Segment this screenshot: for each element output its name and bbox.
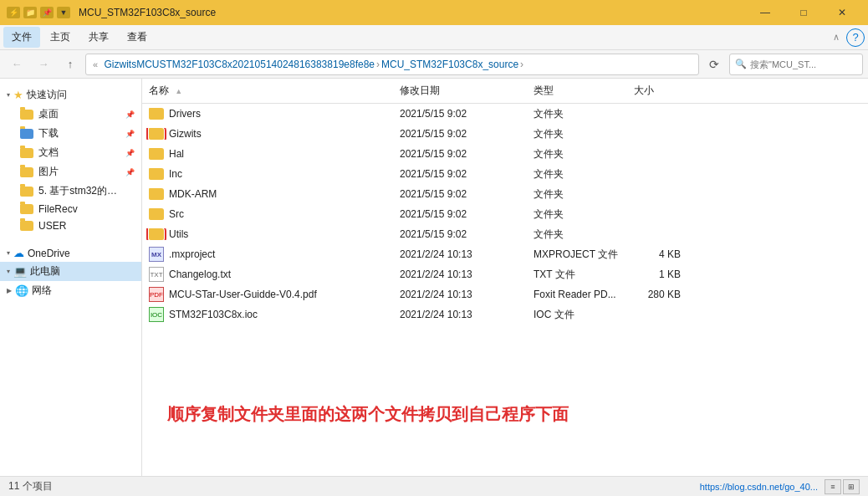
desktop-folder-icon — [20, 110, 33, 120]
mxproject-icon: MX — [149, 247, 164, 262]
col-header-size[interactable]: 大小 — [627, 82, 694, 100]
column-headers: 名称 ▲ 修改日期 类型 大小 — [142, 79, 868, 104]
item-count: 11 个项目 — [8, 479, 53, 493]
sidebar-item-user[interactable]: USER — [0, 217, 141, 234]
star-icon: ★ — [13, 89, 23, 101]
docs-pin-icon: 📌 — [125, 149, 135, 157]
sort-indicator: ▲ — [175, 87, 182, 95]
view-icon-grid[interactable]: ⊞ — [843, 479, 860, 494]
desktop-label: 桌面 — [38, 107, 59, 121]
docs-label: 文档 — [38, 146, 59, 160]
table-row[interactable]: TXT Changelog.txt 2021/2/24 10:13 TXT 文件… — [142, 264, 868, 284]
stm32-label: 5. 基于stm32的太阳... — [38, 184, 122, 198]
forward-button[interactable]: → — [32, 54, 55, 75]
window-title: MCU_STM32F103C8x_source — [79, 7, 216, 18]
up-button[interactable]: ↑ — [59, 54, 82, 75]
pdf-icon: PDF — [149, 287, 164, 302]
minimize-button[interactable]: — — [746, 0, 784, 25]
network-header[interactable]: ▶ 🌐 网络 — [0, 281, 141, 300]
view-icon-list[interactable]: ≡ — [825, 479, 841, 494]
quick-access-header[interactable]: ▾ ★ 快速访问 — [0, 85, 141, 105]
back-button[interactable]: ← — [5, 54, 28, 75]
filerecv-folder-icon — [20, 204, 33, 214]
arrow-tb-icon: ▼ — [57, 7, 70, 18]
thispc-icon: 💻 — [13, 265, 27, 278]
downloads-folder-icon — [20, 129, 33, 139]
folder-icon — [149, 148, 164, 160]
view-icons: ≡ ⊞ — [825, 479, 860, 494]
sidebar-item-downloads[interactable]: 下载 📌 — [0, 124, 141, 143]
menu-view[interactable]: 查看 — [119, 27, 156, 48]
menu-home[interactable]: 主页 — [42, 27, 79, 48]
col-header-date[interactable]: 修改日期 — [393, 82, 527, 100]
onedrive-label: OneDrive — [28, 248, 70, 259]
sidebar-item-desktop[interactable]: 桌面 📌 — [0, 105, 141, 124]
maximize-button[interactable]: □ — [784, 0, 823, 25]
table-row[interactable]: MDK-ARM 2021/5/15 9:02 文件夹 — [142, 184, 868, 204]
table-row[interactable]: Inc 2021/5/15 9:02 文件夹 — [142, 164, 868, 184]
quick-access-section: ▾ ★ 快速访问 桌面 📌 下载 📌 文档 📌 图片 — [0, 85, 141, 234]
help-button[interactable]: ? — [846, 28, 865, 47]
content-wrapper: 名称 ▲ 修改日期 类型 大小 Drivers 2021/5/15 9:02 文… — [142, 79, 868, 476]
folder-icon-tb: 📁 — [23, 7, 37, 18]
table-row[interactable]: IOC STM32F103C8x.ioc 2021/2/24 10:13 IOC… — [142, 304, 868, 325]
pics-folder-icon — [20, 167, 33, 177]
col-header-name[interactable]: 名称 ▲ — [142, 82, 393, 100]
onedrive-chevron: ▾ — [7, 249, 10, 257]
table-row[interactable]: Src 2021/5/15 9:02 文件夹 — [142, 204, 868, 224]
path-part-1[interactable]: GizwitsMCUSTM32F103C8x202105140248163838… — [104, 59, 375, 70]
table-row[interactable]: Gizwits 2021/5/15 9:02 文件夹 — [142, 124, 868, 144]
table-row[interactable]: Hal 2021/5/15 9:02 文件夹 — [142, 144, 868, 164]
sidebar-item-stm32[interactable]: 5. 基于stm32的太阳... — [0, 182, 141, 201]
onedrive-header[interactable]: ▾ ☁ OneDrive — [0, 244, 141, 262]
close-button[interactable]: ✕ — [823, 0, 861, 25]
sidebar-item-pictures[interactable]: 图片 📌 — [0, 162, 141, 182]
status-link[interactable]: https://blog.csdn.net/go_40... — [700, 482, 818, 492]
menu-file[interactable]: 文件 — [3, 27, 40, 48]
search-input[interactable] — [750, 59, 865, 69]
pin-tb-icon: 📌 — [40, 7, 54, 18]
table-row[interactable]: Drivers 2021/5/15 9:02 文件夹 — [142, 104, 868, 124]
txt-icon: TXT — [149, 267, 164, 282]
folder-icon-highlighted — [149, 128, 164, 140]
window-controls: — □ ✕ — [746, 0, 861, 25]
ioc-icon: IOC — [149, 307, 164, 322]
table-row[interactable]: Utils 2021/5/15 9:02 文件夹 — [142, 224, 868, 244]
search-box[interactable]: 🔍 — [729, 54, 863, 75]
menu-bar: 文件 主页 共享 查看 ∧ ? — [0, 25, 868, 50]
address-path[interactable]: « GizwitsMCUSTM32F103C8x2021051402481638… — [85, 54, 699, 75]
docs-folder-icon — [20, 148, 33, 158]
desktop-pin-icon: 📌 — [125, 110, 135, 119]
folder-icon — [149, 108, 164, 120]
stm32-folder-icon — [20, 187, 33, 197]
status-bar: 11 个项目 https://blog.csdn.net/go_40... ≡ … — [0, 476, 868, 496]
folder-icon-highlighted — [149, 228, 164, 240]
table-row[interactable]: MX .mxproject 2021/2/24 10:13 MXPROJECT … — [142, 244, 868, 264]
quick-access-icon: ⚡ — [7, 7, 20, 18]
pics-pin-icon: 📌 — [125, 168, 135, 176]
folder-icon — [149, 168, 164, 180]
path-part-2[interactable]: MCU_STM32F103C8x_source — [381, 59, 518, 70]
thispc-header[interactable]: ▾ 💻 此电脑 — [0, 262, 141, 281]
menu-share[interactable]: 共享 — [80, 27, 117, 48]
table-row[interactable]: PDF MCU-STar-User-Guidde-V0.4.pdf 2021/2… — [142, 284, 868, 304]
refresh-button[interactable]: ⟳ — [702, 54, 726, 75]
downloads-label: 下载 — [38, 126, 59, 141]
sidebar-item-documents[interactable]: 文档 📌 — [0, 143, 141, 162]
sidebar: ▾ ★ 快速访问 桌面 📌 下载 📌 文档 📌 图片 — [0, 79, 142, 476]
network-label: 网络 — [32, 284, 52, 298]
thispc-chevron: ▾ — [7, 268, 10, 275]
quick-access-chevron: ▾ — [7, 91, 10, 99]
filerecv-label: FileRecv — [38, 203, 78, 215]
user-label: USER — [38, 220, 66, 232]
help-collapse[interactable]: ∧ — [830, 32, 843, 43]
search-icon: 🔍 — [735, 59, 747, 69]
network-icon: 🌐 — [15, 284, 28, 297]
title-bar-icons: ⚡ 📁 📌 ▼ — [7, 7, 70, 18]
sidebar-item-filerecv[interactable]: FileRecv — [0, 201, 141, 217]
address-bar: ← → ↑ « GizwitsMCUSTM32F103C8x2021051402… — [0, 50, 868, 79]
sidebar-spacer — [0, 238, 141, 244]
folder-icon — [149, 208, 164, 220]
col-header-type[interactable]: 类型 — [527, 82, 627, 100]
path-breadcrumb-icon: « — [93, 59, 98, 69]
